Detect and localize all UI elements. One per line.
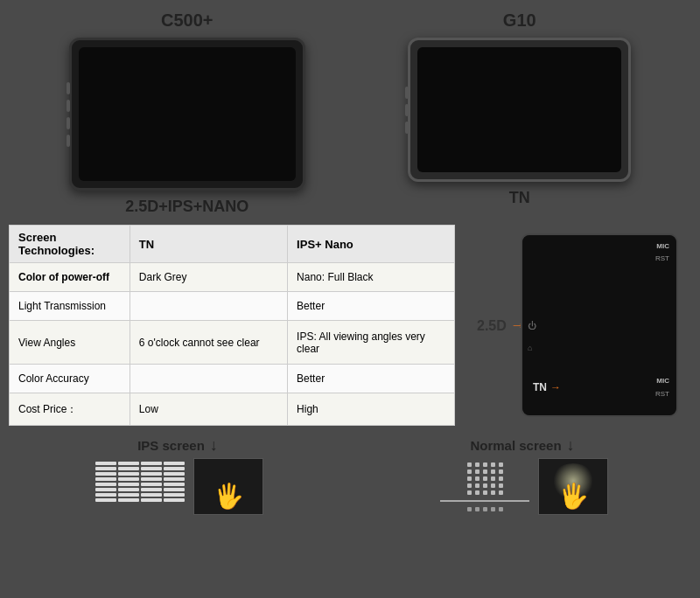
table-row: Color Accuracy Better <box>10 365 455 393</box>
side-btn-4 <box>66 135 70 147</box>
ips-screen-demo: IPS screen ↓ <box>9 436 346 515</box>
top-section: C500+ 2.5D+IPS+NANO G10 TN <box>0 0 700 216</box>
comparison-table: Screen Technologies: TN IPS+ Nano Color … <box>9 225 455 426</box>
table-cell-tn <box>130 365 287 393</box>
right-device-subtitle: TN <box>509 189 530 207</box>
home-icon: ⌂ <box>528 344 532 352</box>
side-btn-2 <box>66 100 70 112</box>
table-cell-tn <box>130 292 287 321</box>
device-photo-screen: MIC RST ⏻ ⌂ TN → MIC RST <box>522 235 676 415</box>
device-photo-container: 2.5D → MIC RST ⏻ ⌂ TN → MIC <box>477 225 678 426</box>
normal-divider-line <box>440 500 529 502</box>
table-cell-ips: Better <box>288 365 455 393</box>
bottom-section: IPS screen ↓ <box>0 426 700 515</box>
table-cell-tn: 6 o'clock cannot see clear <box>130 321 287 365</box>
ips-col-2 <box>118 462 139 511</box>
tn-overlay-label: TN → <box>533 381 561 393</box>
table-header-ips: IPS+ Nano <box>288 226 455 263</box>
table-cell-ips: High <box>288 393 455 426</box>
right-device-label: G10 <box>503 10 536 31</box>
table-cell-tn: Low <box>130 393 287 426</box>
device-photo-bg: MIC RST ⏻ ⌂ TN → MIC RST <box>521 233 678 417</box>
device-photo-area: 2.5D → MIC RST ⏻ ⌂ TN → MIC <box>464 225 691 426</box>
label-2-5d: 2.5D → <box>477 316 526 335</box>
table-cell-feature: Color of power-off <box>10 263 130 292</box>
table-cell-ips: Better <box>288 292 455 321</box>
rst-top-label: RST <box>655 254 669 262</box>
table-cell-feature: Cost Price： <box>10 393 130 426</box>
right-device-wrapper: G10 TN <box>408 10 631 207</box>
table-cell-feature: Light Transmission <box>10 292 130 321</box>
rst-bottom-label: RST <box>655 390 669 398</box>
right-side-btn-1 <box>405 87 409 99</box>
table-cell-feature: View Angles <box>10 321 130 365</box>
mic-top-label: MIC <box>656 242 669 250</box>
mic-bottom-label: MIC <box>656 377 669 385</box>
table-row: View Angles 6 o'clock cannot see clear I… <box>10 321 455 365</box>
normal-lines-illustration <box>437 458 533 515</box>
left-device-wrapper: C500+ 2.5D+IPS+NANO <box>69 10 305 216</box>
right-side-buttons <box>405 87 409 134</box>
table-cell-feature: Color Accuracy <box>10 365 130 393</box>
right-device-screen <box>417 47 621 172</box>
left-device-label: C500+ <box>161 10 214 31</box>
side-btn-1 <box>66 82 70 94</box>
normal-demo-content: 🖐 <box>437 458 608 515</box>
ips-hand-icon: 🖐 <box>214 482 244 511</box>
ips-touch-panel: 🖐 <box>193 458 263 515</box>
table-cell-tn: Dark Grey <box>130 263 287 292</box>
ips-demo-content: 🖐 <box>92 458 263 515</box>
table-row: Color of power-off Dark Grey Nano: Full … <box>10 263 455 292</box>
power-icon: ⏻ <box>528 321 536 330</box>
left-side-buttons <box>66 82 70 147</box>
right-side-btn-2 <box>405 104 409 116</box>
table-header-tn: TN <box>130 226 287 263</box>
normal-touch-panel: 🖐 <box>538 458 608 515</box>
left-device-frame <box>69 38 305 191</box>
tn-arrow: → <box>550 381 561 393</box>
ips-col-1 <box>95 462 116 511</box>
table-cell-ips: Nano: Full Black <box>288 263 455 292</box>
normal-hand-icon: 🖐 <box>558 482 589 511</box>
ips-col-3 <box>141 462 162 511</box>
normal-screen-demo: Normal screen ↓ <box>354 436 691 515</box>
left-device-subtitle: 2.5D+IPS+NANO <box>125 198 248 216</box>
table-row: Cost Price： Low High <box>10 393 455 426</box>
table-cell-ips: IPS: All viewing angles very clear <box>288 321 455 365</box>
normal-screen-label: Normal screen ↓ <box>470 436 574 455</box>
ips-col-4 <box>164 462 185 511</box>
table-row: Light Transmission Better <box>10 292 455 321</box>
side-btn-3 <box>66 117 70 129</box>
ips-screen-label: IPS screen ↓ <box>137 436 218 455</box>
table-header-feature: Screen Technologies: <box>10 226 130 263</box>
left-device-screen <box>79 47 296 181</box>
ips-lines-illustration <box>92 458 188 515</box>
right-device-frame <box>408 38 631 182</box>
label-2-5d-text: 2.5D <box>477 317 507 333</box>
middle-section: Screen Technologies: TN IPS+ Nano Color … <box>0 216 700 426</box>
right-side-btn-3 <box>405 122 409 134</box>
